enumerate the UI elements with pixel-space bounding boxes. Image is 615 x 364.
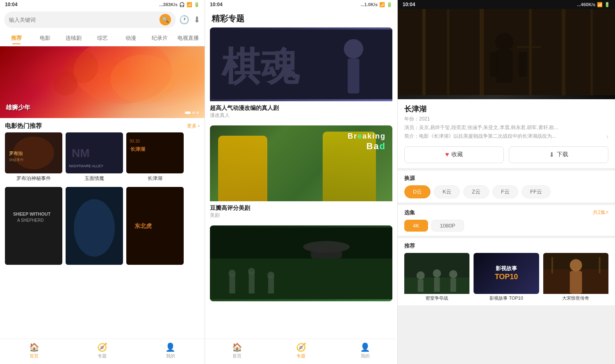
tab-live[interactable]: 电视直播 [174, 32, 202, 44]
more-link[interactable]: 更多 › [187, 123, 200, 130]
movie-thumb-3[interactable]: 长津湖 99.30 [126, 132, 184, 173]
svg-point-53 [417, 271, 425, 280]
bt-icon-1: 🎧 [179, 2, 185, 7]
recommend-row: 密室争夺战 影视故事 TOP10 影视故事 TOP10 [404, 253, 608, 301]
svg-rect-64 [599, 257, 600, 273]
source-d-cloud[interactable]: D云 [404, 185, 430, 198]
svg-rect-31 [311, 249, 342, 259]
time-2: 10:04 [210, 2, 223, 7]
svg-rect-45 [590, 9, 593, 95]
bottom-nav-1: 🏠 首页 🧭 专题 👤 我的 [0, 339, 205, 364]
nav-topic-label-2: 专题 [296, 353, 305, 359]
nav-mine-label-2: 我的 [361, 353, 370, 359]
featured-card-title-1: 超高人气动漫改编的真人剧 [210, 105, 392, 112]
svg-rect-29 [210, 259, 392, 299]
status-bar-1: 10:04 ...383K/s 🎧 📶 🔋 [0, 0, 205, 9]
tab-movie[interactable]: 电影 [31, 32, 59, 44]
movie-thumb-row: 罗布泊 神秘事件 NM NIGHTMARE ALLEY 长津湖 99.30 [0, 132, 205, 173]
tab-recommend[interactable]: 推荐 [2, 32, 30, 44]
tab-variety[interactable]: 综艺 [89, 32, 116, 44]
user-icon-2: 👤 [360, 342, 370, 352]
search-input[interactable] [9, 17, 157, 23]
recommend-item-1[interactable]: 密室争夺战 [404, 253, 469, 301]
portrait-item-1[interactable]: SHEEP WITHOUT A SHEPHERD [5, 187, 62, 265]
hero-banner[interactable]: 雄狮少年 [0, 46, 205, 118]
portrait-item-3[interactable]: 东北虎 [126, 187, 184, 265]
status-icons-3: ...460K/s 📶 🔋 [577, 2, 610, 7]
featured-card-1[interactable]: 棋魂 超高人气动漫改编的真人剧 漫改真人 [210, 27, 392, 121]
tab-documentary[interactable]: 纪录片 [146, 32, 173, 44]
search-button[interactable]: 🔍 [159, 14, 171, 25]
svg-rect-24 [348, 59, 359, 93]
svg-rect-48 [490, 52, 498, 77]
svg-rect-11 [126, 132, 184, 173]
movie-art-3: 长津湖 99.30 [126, 132, 184, 173]
source-ff-cloud[interactable]: FF云 [522, 185, 551, 198]
featured-desc-2: 豆瓣高评分美剧 美剧 [210, 201, 392, 221]
dot-2 [192, 111, 195, 114]
featured-page-title: 精彩专题 [205, 9, 397, 27]
compass-icon-1: 🧭 [97, 342, 107, 352]
rec-title-3: 大宋惊世传奇 [543, 295, 608, 301]
search-action-icons: 🕐 ⬇ [179, 15, 200, 25]
panel-home: 10:04 ...383K/s 🎧 📶 🔋 🔍 🕐 ⬇ 推荐 电影 连续剧 综艺… [0, 0, 205, 364]
recommend-thumb-1 [404, 253, 469, 294]
tab-anime[interactable]: 动漫 [117, 32, 145, 44]
movie-title-3: 长津湖 [126, 175, 184, 182]
nav-topic-1[interactable]: 🧭 专题 [68, 342, 136, 359]
collect-label: 收藏 [451, 151, 463, 158]
recommend-item-2[interactable]: 影视故事 TOP10 影视故事 TOP10 [474, 253, 539, 301]
panel-featured: 10:04 ...1.0K/s 📶 🔋 精彩专题 棋魂 超高 [205, 0, 398, 364]
episode-4k[interactable]: 4K [404, 220, 428, 232]
movie-thumb-1[interactable]: 罗布泊 神秘事件 [5, 132, 62, 173]
source-f-cloud[interactable]: F云 [492, 185, 518, 198]
episode-1080p[interactable]: 1080P [431, 220, 464, 232]
bottom-nav-2: 🏠 首页 🧭 专题 👤 我的 [205, 339, 397, 364]
rec-text-2: 影视故事 TOP10 [495, 265, 518, 282]
featured-card-3[interactable] [210, 225, 392, 301]
search-input-wrap[interactable]: 🔍 [4, 11, 176, 28]
featured-card-2[interactable]: Breaking Bad 豆瓣高评分美剧 美剧 [210, 125, 392, 221]
home-icon-1: 🏠 [29, 342, 39, 352]
svg-text:99.30: 99.30 [130, 139, 140, 143]
home-icon-2: 🏠 [232, 342, 242, 352]
video-preview[interactable] [398, 9, 615, 99]
status-icons-2: ...1.0K/s 📶 🔋 [360, 2, 392, 7]
source-z-cloud[interactable]: Z云 [463, 185, 489, 198]
svg-point-36 [248, 268, 255, 275]
download-button[interactable]: ⬇ 下载 [509, 146, 608, 163]
svg-rect-33 [249, 272, 255, 293]
portrait-art-2 [66, 187, 123, 265]
movie-title-1: 罗布泊神秘事件 [5, 175, 62, 182]
svg-text:NM: NM [72, 147, 90, 159]
movie-portrait-row: SHEEP WITHOUT A SHEPHERD 东北虎 [0, 187, 205, 265]
featured-card-title-2: 豆瓣高评分美剧 [210, 205, 392, 212]
video-art [398, 9, 615, 95]
svg-text:SHEEP WITHOUT: SHEEP WITHOUT [13, 212, 51, 216]
nav-home-1[interactable]: 🏠 首页 [0, 342, 68, 359]
download-icon-btn: ⬇ [549, 151, 554, 159]
nav-home-label-1: 首页 [30, 353, 39, 359]
hero-dots [185, 111, 199, 114]
portrait-item-2[interactable] [66, 187, 123, 265]
episode-count[interactable]: 共2集> [593, 209, 608, 216]
movie-thumb-2[interactable]: NM NIGHTMARE ALLEY [66, 132, 123, 173]
nav-topic-2[interactable]: 🧭 专题 [269, 342, 333, 359]
svg-text:长津湖: 长津湖 [130, 146, 145, 152]
svg-text:东北虎: 东北虎 [134, 223, 152, 229]
tab-series[interactable]: 连续剧 [60, 32, 88, 44]
search-bar: 🔍 🕐 ⬇ [0, 9, 205, 30]
arrow-icon[interactable]: › [606, 133, 608, 140]
battery-1: 🔋 [194, 2, 200, 7]
nav-home-2[interactable]: 🏠 首页 [205, 342, 269, 359]
nav-mine-2[interactable]: 👤 我的 [333, 342, 397, 359]
download-icon[interactable]: ⬇ [194, 15, 200, 25]
nav-mine-1[interactable]: 👤 我的 [137, 342, 205, 359]
source-k-cloud[interactable]: K云 [434, 185, 460, 198]
recommend-item-3[interactable]: 大宋惊世传奇 [543, 253, 608, 301]
collect-button[interactable]: ♥ 收藏 [404, 146, 504, 163]
movie-info-panel: 长津湖 年份：2021 演员：吴京,易烊千玺,段奕宏,张涵予,朱亚文,李晨,韩东… [398, 99, 615, 168]
status-icons-1: ...383K/s 🎧 📶 🔋 [159, 2, 200, 7]
hero-title: 雄狮少年 [6, 104, 30, 111]
history-icon[interactable]: 🕐 [179, 15, 189, 25]
